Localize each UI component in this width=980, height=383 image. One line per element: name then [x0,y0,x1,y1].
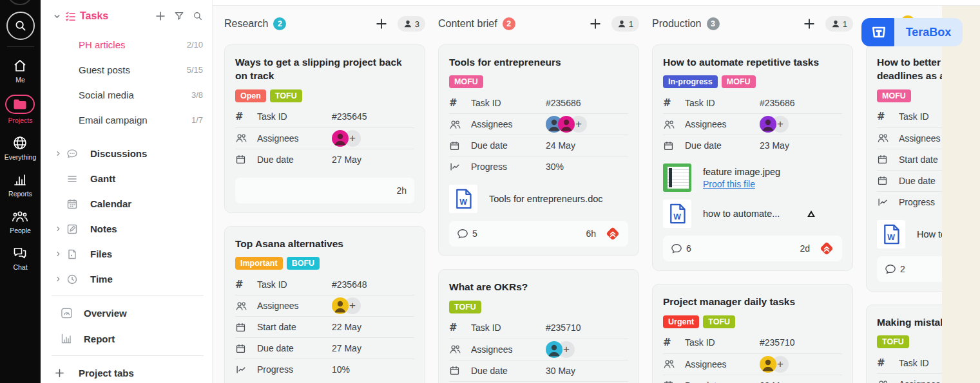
task-card[interactable]: Top Asana alternativesImportantBOFU#Task… [224,226,425,383]
tasks-header: Tasks [41,6,212,26]
card-title: How to automate repetitive tasks [663,55,842,69]
card-row-due-date: Due date22 May [663,375,842,383]
card-labels: TOFU [877,335,942,348]
sidebar-item-calendar[interactable]: Calendar [41,191,212,216]
sidebar-item-guest-posts[interactable]: Guest posts5/15 [41,57,212,82]
status-badge-tofu: TOFU [877,335,909,348]
sidebar-item-ph-articles[interactable]: PH articles2/10 [41,32,212,57]
rail-item-me[interactable]: Me [5,58,37,84]
task-card[interactable]: Tools for entrepreneursMOFU#Task ID#2356… [438,44,639,256]
chevron-right-icon[interactable] [55,225,66,232]
menu-icon [66,173,79,185]
column-count-badge: 2 [273,17,286,30]
search-tasks-icon[interactable] [193,11,203,21]
column-members-pill[interactable]: 1 [611,16,639,32]
card-row-due-date: Due date23 May [663,135,842,156]
add-task-button[interactable] [803,18,815,30]
card-row-task-id: #Task ID#235686 [449,92,628,113]
row-value: + [546,341,628,358]
avatar[interactable] [332,130,349,147]
sidebar-item-discussions[interactable]: Discussions [41,141,212,166]
row-value: 23 May [760,140,842,151]
active-pill [5,95,35,114]
terabox-watermark[interactable]: TeraBox [861,18,963,46]
card-footer: 2 [877,256,942,282]
chevron-down-icon[interactable] [53,12,61,21]
add-task-list-icon[interactable] [155,11,166,21]
proof-link[interactable]: Proof this file [703,179,780,189]
sidebar-item-time[interactable]: Time [41,266,212,292]
attachment-doc[interactable]: WTools for entrepreneurs.doc [449,185,628,213]
comment-count: 2 [900,264,905,274]
row-label: Due date [257,154,332,165]
member-count: 1 [843,19,847,29]
card-title: Tools for entrepreneurs [449,55,628,69]
sidebar-item-label: Files [90,248,112,259]
card-footer: 62d [663,236,842,261]
avatar[interactable] [332,297,349,314]
comments: 6 [671,243,691,254]
rail-item-everything[interactable]: Everything [5,135,37,161]
attachment-doc[interactable]: Whow to automate... [663,200,842,228]
attachment-image[interactable]: feature image.jpegProof this file [663,163,842,192]
search-icon [14,19,27,32]
rail-item-label: Projects [8,117,33,124]
rail-item-projects[interactable]: Projects [5,95,37,124]
note-icon [66,223,79,235]
chevron-right-icon[interactable] [55,250,66,257]
sidebar-item-report[interactable]: Report [41,326,212,351]
add-task-button[interactable] [590,18,601,30]
comment-icon [457,228,468,239]
sidebar-item-email-campaign[interactable]: Email campaign1/7 [41,107,212,133]
hash-icon: # [663,97,676,109]
sidebar-item-notes[interactable]: Notes [41,216,212,241]
column-members-pill[interactable]: 1 [825,16,853,32]
sidebar-item-files[interactable]: Files [41,241,212,266]
row-label: Due date [257,343,332,353]
row-value: #235686 [546,98,628,108]
attachment-info: How to [917,229,942,239]
rail-item-chat[interactable]: Chat [5,245,37,271]
task-card[interactable]: Project manager daily tasksUrgentTOFU#Ta… [652,284,853,383]
priority-icon [819,241,834,256]
task-card[interactable]: Making mistakTOFU#Task IDAssignees [866,304,942,383]
calendar-icon [877,175,890,186]
task-card[interactable]: Ways to get a slipping project back on t… [224,44,425,213]
task-card[interactable]: What are OKRs?TOFU#Task ID#235710Assigne… [438,269,639,383]
sidebar-item-gantt[interactable]: Gantt [41,166,212,191]
column-members-pill[interactable]: 3 [398,16,425,32]
row-value: + [760,356,842,373]
terabox-label: TeraBox [894,18,963,46]
sidebar-item-overview[interactable]: Overview [41,300,212,326]
card-row-task-id: #Task ID [877,106,942,127]
avatar[interactable] [546,341,562,358]
bar-chart-icon [12,172,28,187]
rail-item-reports[interactable]: Reports [5,172,37,198]
global-search-button[interactable] [6,12,35,40]
filter-icon[interactable] [174,11,184,21]
add-task-button[interactable] [376,18,387,30]
card-labels: MOFU [877,89,942,102]
avatar[interactable] [7,0,33,5]
avatar[interactable] [760,356,776,373]
calendar-icon [663,380,676,383]
add-project-tab-button[interactable]: Project tabs [41,360,212,383]
sidebar-title: Tasks [80,10,147,22]
row-label: Due date [899,176,942,186]
row-value: + [332,130,414,147]
rail-item-people[interactable]: People [5,209,37,234]
row-value: 22 May [760,380,842,383]
sidebar-item-social-media[interactable]: Social media3/8 [41,82,212,107]
card-labels: OpenTOFU [235,89,414,102]
card-labels: TOFU [449,301,628,313]
task-card[interactable]: How to automate repetitive tasksIn-progr… [652,44,853,271]
chevron-right-icon[interactable] [55,276,66,283]
task-card[interactable]: How to better hdeadlines as aMOFU#Task I… [866,44,942,292]
assignees-icon [235,132,248,144]
chevron-right-icon[interactable] [55,150,66,157]
attachment-doc[interactable]: WHow to [877,220,942,248]
row-label: Task ID [685,98,760,108]
clock-icon [66,274,79,285]
plus-icon [55,368,79,378]
word-doc-icon: W [877,220,905,248]
